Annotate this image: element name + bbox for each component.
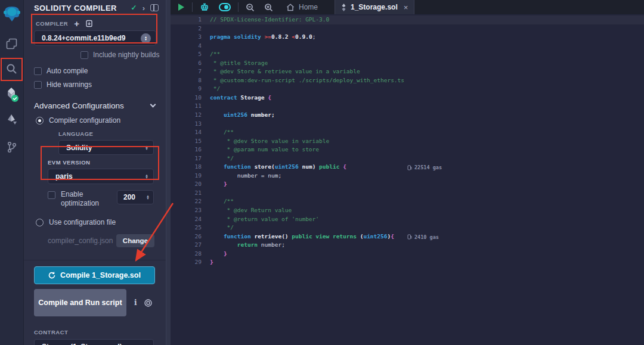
code-line-28[interactable]: 28 } [171,250,644,259]
code-line-9[interactable]: 9 */ [171,85,644,94]
code-line-16[interactable]: 16 * @param num value to store [171,145,644,154]
run-script-play-icon[interactable] [171,0,190,14]
solidity-compiler-panel: SOLIDITY COMPILER ✓ › COMPILER + 0.8.24+… [24,0,166,345]
code-line-26[interactable]: 26 function retrieve() public view retur… [171,232,644,241]
line-number: 11 [171,102,202,111]
contract-section-label: CONTRACT [34,329,166,335]
git-icon[interactable] [0,136,24,158]
line-number: 25 [171,223,202,232]
copilot-toggle-icon[interactable] [214,0,236,14]
activity-bar [0,0,24,345]
line-number: 23 [171,206,202,215]
code-line-3[interactable]: 3pragma solidity >=0.8.2 <0.9.0; [171,33,644,42]
deploy-run-icon[interactable] [0,108,24,131]
code-text: return number; [202,241,285,250]
code-line-11[interactable]: 11 [171,102,644,111]
code-line-23[interactable]: 23 * @dev Return value [171,206,644,215]
zoom-in-icon[interactable] [259,0,278,14]
line-number: 14 [171,128,202,137]
include-nightly-checkbox-row[interactable]: Include nightly builds [80,51,166,59]
compiler-version-select[interactable]: 0.8.24+commit.e11b9ed9 ▲▼ [34,30,156,46]
code-line-17[interactable]: 17 */ [171,154,644,163]
compiler-configuration-radio-row[interactable]: Compiler configuration [36,116,166,125]
remix-logo-icon[interactable] [0,1,24,27]
compiler-configuration-radio[interactable] [36,117,44,125]
code-line-8[interactable]: 8 * @custom:dev-run-script ./scripts/dep… [171,76,644,85]
search-icon[interactable] [0,57,24,80]
line-number: 5 [171,50,202,59]
contract-select[interactable]: Storage (1_Storage.sol) ▲▼ [34,339,154,345]
code-line-10[interactable]: 10contract Storage { [171,94,644,102]
copy-icon[interactable] [144,299,152,307]
tab-home[interactable]: Home [278,0,326,14]
auto-compile-checkbox[interactable] [34,67,42,75]
close-tab-icon[interactable]: × [404,3,408,12]
code-editor[interactable]: 1// SPDX-License-Identifier: GPL-3.023pr… [171,14,644,345]
file-explorer-icon[interactable] [0,32,24,55]
code-line-25[interactable]: 25 */ [171,223,644,232]
chevron-down-icon [150,102,156,108]
language-select[interactable]: Solidity ▲▼ [58,140,154,155]
code-text [202,24,210,33]
code-text: function retrieve() public view returns … [202,232,394,241]
code-line-24[interactable]: 24 * @return value of 'number' [171,215,644,224]
code-text: /** [202,197,234,206]
code-line-2[interactable]: 2 [171,24,644,33]
code-text: * @title Storage [202,59,268,68]
code-line-19[interactable]: 19 number = num; [171,172,644,181]
info-icon[interactable]: i [134,299,137,307]
code-line-29[interactable]: 29} [171,258,644,267]
compile-button[interactable]: Compile 1_Storage.sol [34,266,155,284]
code-line-15[interactable]: 15 * @dev Store value in variable [171,137,644,146]
copy-compiler-icon[interactable] [85,20,93,27]
auto-compile-checkbox-row[interactable]: Auto compile [34,67,166,75]
enable-optimization-checkbox[interactable] [48,191,55,199]
code-line-27[interactable]: 27 return number; [171,241,644,250]
code-line-5[interactable]: 5/** [171,50,644,59]
config-file-name: compiler_config.json [48,237,116,245]
code-line-6[interactable]: 6 * @title Storage [171,59,644,68]
code-line-7[interactable]: 7 * @dev Store & retrieve value in a var… [171,67,644,76]
code-line-18[interactable]: 18 function store(uint256 num) public {2… [171,163,644,172]
add-custom-compiler-icon[interactable]: + [74,21,79,27]
code-line-13[interactable]: 13 [171,120,644,129]
panel-resize-handle[interactable] [166,0,171,345]
language-value: Solidity [66,144,145,152]
code-line-12[interactable]: 12 uint256 number; [171,111,644,120]
hide-warnings-checkbox-row[interactable]: Hide warnings [34,80,166,89]
code-line-14[interactable]: 14 /** [171,128,644,137]
chevron-right-icon[interactable]: › [143,4,145,13]
active-tab-label: 1_Storage.sol [351,3,398,11]
auto-compile-label: Auto compile [47,67,88,75]
code-line-1[interactable]: 1// SPDX-License-Identifier: GPL-3.0 [171,15,644,24]
use-configuration-file-radio-row[interactable]: Use configuration file [36,218,166,226]
code-line-21[interactable]: 21 [171,189,644,198]
code-text [202,120,210,129]
line-number: 9 [171,85,202,94]
code-lines: 1// SPDX-License-Identifier: GPL-3.023pr… [171,15,644,267]
code-line-20[interactable]: 20 } [171,180,644,189]
code-text: contract Storage { [202,94,271,102]
optimization-runs-input[interactable]: 200 ▲▼ [117,190,154,204]
use-configuration-file-radio[interactable] [36,219,44,226]
hide-warnings-checkbox[interactable] [34,81,42,89]
advanced-configurations-toggle[interactable]: Advanced Configurations [34,101,155,110]
code-line-22[interactable]: 22 /** [171,197,644,206]
line-number: 18 [171,163,202,172]
refresh-icon [48,272,55,279]
pin-panel-icon[interactable] [150,4,159,11]
code-text: function store(uint256 num) public { [202,163,346,172]
evm-version-value: paris [55,172,145,181]
line-number: 16 [171,145,202,154]
evm-version-select[interactable]: paris ▲▼ [48,169,154,184]
tab-1-storage-sol[interactable]: 1_Storage.sol × [335,0,414,14]
ai-assistant-icon[interactable] [195,0,214,14]
line-number: 8 [171,76,202,85]
change-config-button[interactable]: Change [116,234,154,247]
zoom-out-icon[interactable] [241,0,259,14]
include-nightly-checkbox[interactable] [80,51,88,59]
solidity-compiler-icon[interactable] [0,83,24,106]
version-spinner-icon[interactable]: ▲▼ [141,33,151,43]
compile-and-run-button[interactable]: Compile and Run script [34,289,126,316]
code-line-4[interactable]: 4 [171,42,644,51]
